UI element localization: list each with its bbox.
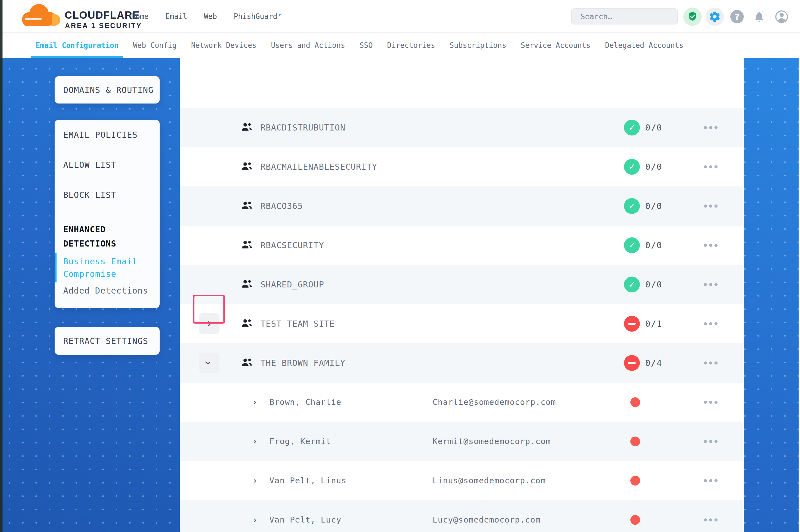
table-row-rbacmailenablesecurity[interactable]: RBACMAILENABLESECURITY ✓ 0/0 [180, 147, 744, 186]
tab-web-config[interactable]: Web Config [133, 33, 177, 58]
help-icon[interactable]: ? [728, 7, 746, 26]
tab-users-and-actions[interactable]: Users and Actions [271, 33, 345, 58]
status-alert-badge [624, 355, 640, 371]
sidebar-heading-enhanced-detections: ENHANCED DETECTIONS [55, 210, 146, 251]
member-count: 0/0 [645, 147, 662, 186]
nav-item-home[interactable]: Home [131, 12, 149, 21]
alert-dot [630, 515, 640, 525]
sidebar-item-business-email-compromise[interactable]: Business Email Compromise [55, 255, 141, 280]
chevron-right-icon[interactable]: › [252, 461, 257, 500]
member-email: Kermit@somedemocorp.com [433, 422, 551, 461]
table-row-shared-group[interactable]: SHARED_GROUP ✓ 0/0 [180, 265, 744, 304]
sidebar-item-email-policies[interactable]: EMAIL POLICIES [55, 120, 160, 150]
member-email: Linus@somedemocorp.com [433, 461, 546, 500]
security-shield-icon[interactable] [683, 7, 702, 26]
sidebar-email-policies-card: EMAIL POLICIES ALLOW LIST BLOCK LIST ENH… [55, 120, 160, 308]
screen-right-edge [799, 58, 800, 532]
table-row-van-pelt-lucy[interactable]: › Van Pelt, Lucy Lucy@somedemocorp.com [180, 500, 744, 532]
member-count: 0/0 [645, 186, 662, 226]
row-menu-button[interactable] [704, 265, 717, 304]
member-email: Lucy@somedemocorp.com [433, 500, 541, 532]
row-menu-button[interactable] [704, 304, 717, 343]
table-row-the-brown-family[interactable]: › THE BROWN FAMILY 0/4 [180, 343, 744, 383]
status-ok-badge: ✓ [624, 159, 640, 175]
nav-item-phishguard[interactable]: PhishGuard™ [234, 12, 281, 21]
row-menu-button[interactable] [704, 383, 717, 422]
status-ok-badge: ✓ [624, 198, 640, 214]
search-box[interactable] [571, 8, 678, 24]
notifications-bell-icon[interactable] [750, 7, 768, 26]
table-row-rbacdistrubution[interactable]: RBACDISTRUBUTION ✓ 0/0 [180, 108, 744, 147]
top-navigation: Home Email Web PhishGuard™ [131, 0, 281, 33]
chevron-down-icon: › [203, 361, 215, 365]
tab-service-accounts[interactable]: Service Accounts [521, 33, 590, 58]
table-row-rbaco365[interactable]: RBACO365 ✓ 0/0 [180, 186, 744, 226]
member-name: Frog, Kermit [269, 422, 331, 461]
sidebar-item-added-detections[interactable]: Added Detections [55, 286, 160, 296]
screen-left-edge [0, 0, 2, 532]
row-menu-button[interactable] [704, 186, 717, 226]
member-email: Charlie@somedemocorp.com [433, 383, 556, 422]
tab-email-configuration[interactable]: Email Configuration [36, 33, 119, 58]
row-menu-button[interactable] [704, 422, 717, 461]
sidebar-label[interactable]: DOMAINS & ROUTING [63, 85, 153, 95]
sidebar-item-domains-routing[interactable]: DOMAINS & ROUTING [55, 76, 160, 103]
member-name: Brown, Charlie [269, 383, 341, 422]
annotation-highlight-box [193, 294, 225, 324]
tab-sso[interactable]: SSO [360, 33, 373, 58]
settings-gear-icon[interactable] [706, 7, 724, 26]
table-row-van-pelt-linus[interactable]: › Van Pelt, Linus Linus@somedemocorp.com [180, 461, 744, 500]
sidebar-label[interactable]: ALLOW LIST [63, 160, 116, 170]
table-row-rbacsecurity[interactable]: RBACSECURITY ✓ 0/0 [180, 226, 744, 265]
row-menu-button[interactable] [704, 147, 717, 186]
nav-item-web[interactable]: Web [204, 12, 217, 21]
group-name: RBACSECURITY [260, 226, 324, 265]
table-row-brown-charlie[interactable]: › Brown, Charlie Charlie@somedemocorp.co… [180, 383, 744, 422]
group-people-icon [241, 201, 253, 211]
row-menu-button[interactable] [704, 461, 717, 500]
group-people-icon [241, 358, 253, 368]
search-input[interactable] [581, 12, 676, 21]
tab-delegated-accounts[interactable]: Delegated Accounts [605, 33, 684, 58]
brand-title[interactable]: CLOUDFLARE [65, 10, 140, 21]
minus-icon [628, 362, 636, 364]
group-people-icon [241, 279, 253, 290]
row-menu-button[interactable] [704, 226, 717, 265]
row-menu-button[interactable] [704, 108, 717, 147]
sidebar-item-block-list[interactable]: BLOCK LIST [55, 180, 160, 210]
collapse-group-button[interactable]: › [199, 353, 219, 373]
member-name: Van Pelt, Lucy [269, 500, 341, 532]
nav-item-email[interactable]: Email [165, 12, 187, 21]
table-row-frog-kermit[interactable]: › Frog, Kermit Kermit@somedemocorp.com [180, 422, 744, 461]
chevron-right-icon[interactable]: › [252, 422, 257, 461]
status-ok-badge: ✓ [624, 277, 640, 292]
member-count: 0/0 [645, 226, 662, 265]
member-count: 0/4 [645, 343, 662, 383]
tab-directories[interactable]: Directories [387, 33, 435, 58]
sidebar-item-retract-settings[interactable]: RETRACT SETTINGS [55, 327, 160, 355]
status-ok-badge: ✓ [624, 120, 640, 135]
tab-subscriptions[interactable]: Subscriptions [450, 33, 506, 58]
row-menu-button[interactable] [704, 343, 717, 383]
table-row-test-team-site[interactable]: › TEST TEAM SITE 0/1 [180, 304, 744, 343]
chevron-right-icon[interactable]: › [252, 383, 257, 422]
row-menu-button[interactable] [704, 500, 717, 532]
sidebar-label[interactable]: RETRACT SETTINGS [63, 336, 148, 346]
tab-network-devices[interactable]: Network Devices [191, 33, 257, 58]
minus-icon [628, 323, 636, 325]
status-ok-badge: ✓ [624, 238, 640, 253]
group-name: THE BROWN FAMILY [260, 343, 345, 383]
alert-dot [630, 397, 640, 407]
sidebar-label[interactable]: BLOCK LIST [63, 190, 116, 200]
user-account-icon[interactable] [772, 7, 791, 26]
alert-dot [630, 437, 640, 446]
group-people-icon [241, 162, 253, 172]
chevron-right-icon[interactable]: › [252, 500, 257, 532]
status-alert-badge [624, 316, 640, 332]
sidebar-item-allow-list[interactable]: ALLOW LIST [55, 150, 160, 180]
member-count: 0/1 [645, 304, 662, 343]
brand-subtitle: AREA 1 SECURITY [65, 22, 142, 30]
top-bar: CLOUDFLARE AREA 1 SECURITY Home Email We… [0, 0, 800, 33]
config-tabs: Email Configuration Web Config Network D… [0, 33, 800, 58]
sidebar-label[interactable]: EMAIL POLICIES [63, 130, 138, 140]
